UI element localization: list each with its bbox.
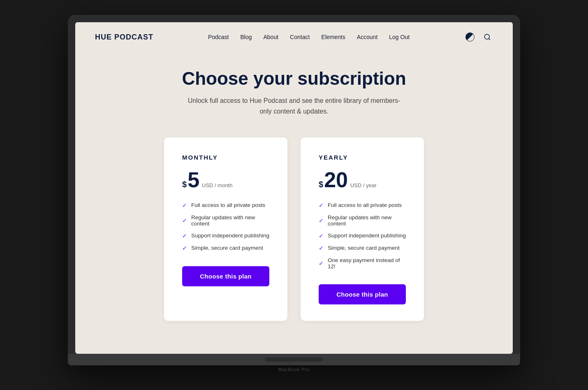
feature-text: Simple, secure card payment [328,245,400,251]
price-currency-monthly: $ [182,180,187,189]
theme-icon [465,32,475,42]
feature-item: ✓ Simple, secure card payment [319,245,406,251]
check-icon: ✓ [182,245,187,251]
check-icon: ✓ [182,217,187,224]
theme-toggle-button[interactable] [464,31,476,43]
feature-item: ✓ Regular updates with new content [319,214,406,227]
laptop-bottom-bar [68,354,520,365]
search-button[interactable] [482,31,493,43]
feature-item: ✓ Full access to all private posts [319,202,406,209]
feature-text: Simple, secure card payment [191,245,263,251]
check-icon: ✓ [319,245,324,251]
plans-grid: MONTHLY $ 5 USD / month ✓ Full access to… [95,137,493,321]
feature-item: ✓ Full access to all private posts [182,202,269,209]
nav-icon-group [464,31,493,43]
main-content: Choose your subscription Unlock full acc… [75,52,513,353]
nav-link-blog[interactable]: Blog [240,34,252,40]
price-period-yearly: USD / year [350,182,377,188]
feature-text: Regular updates with new content [328,214,406,227]
nav-link-podcast[interactable]: Podcast [208,34,229,40]
page-title: Choose your subscription [95,68,493,89]
price-amount-monthly: 5 [188,169,199,190]
choose-plan-monthly-button[interactable]: Choose this plan [182,266,269,286]
nav-link-logout[interactable]: Log Out [389,34,410,40]
plan-name-yearly: YEARLY [319,154,406,161]
nav-link-account[interactable]: Account [357,34,378,40]
feature-text: Support independent publishing [328,232,406,239]
check-icon: ✓ [319,260,324,267]
check-icon: ✓ [182,232,187,239]
laptop-screen: HUE PODCAST Podcast Blog About Contact E… [75,22,513,353]
feature-text: One easy payment instead of 12! [328,257,406,269]
feature-text: Full access to all private posts [191,202,265,208]
search-icon [484,33,491,41]
plan-price-monthly: $ 5 USD / month [182,169,269,190]
site-logo: HUE PODCAST [95,33,153,42]
price-period-monthly: USD / month [202,182,232,188]
feature-item: ✓ Support independent publishing [319,232,406,239]
website: HUE PODCAST Podcast Blog About Contact E… [75,22,513,353]
laptop-hinge [265,358,323,362]
feature-item: ✓ Simple, secure card payment [182,245,269,251]
page-subtitle: Unlock full access to Hue Podcast and se… [187,95,401,116]
laptop-frame: HUE PODCAST Podcast Blog About Contact E… [68,15,520,365]
plan-features-monthly: ✓ Full access to all private posts ✓ Reg… [182,202,269,251]
plan-card-monthly: MONTHLY $ 5 USD / month ✓ Full access to… [164,137,287,321]
price-currency-yearly: $ [319,180,323,189]
price-amount-yearly: 20 [324,169,348,190]
nav-links: Podcast Blog About Contact Elements Acco… [208,33,410,41]
plan-name-monthly: MONTHLY [182,154,269,161]
navbar: HUE PODCAST Podcast Blog About Contact E… [75,22,513,52]
check-icon: ✓ [182,202,187,209]
svg-line-1 [488,39,490,40]
check-icon: ✓ [319,202,324,209]
choose-plan-yearly-button[interactable]: Choose this plan [319,284,406,304]
plan-card-yearly: YEARLY $ 20 USD / year ✓ Full access to … [301,137,424,321]
nav-link-contact[interactable]: Contact [290,34,310,40]
macbook-label: MacBook Pro [278,367,310,375]
feature-text: Full access to all private posts [328,202,402,208]
feature-item: ✓ Regular updates with new content [182,214,269,227]
feature-text: Regular updates with new content [191,214,269,227]
feature-text: Support independent publishing [191,232,269,239]
plan-features-yearly: ✓ Full access to all private posts ✓ Reg… [319,202,406,269]
check-icon: ✓ [319,232,324,239]
feature-item: ✓ One easy payment instead of 12! [319,257,406,269]
feature-item: ✓ Support independent publishing [182,232,269,239]
check-icon: ✓ [319,217,324,224]
nav-link-elements[interactable]: Elements [321,34,345,40]
plan-price-yearly: $ 20 USD / year [319,169,406,190]
nav-link-about[interactable]: About [264,34,279,40]
